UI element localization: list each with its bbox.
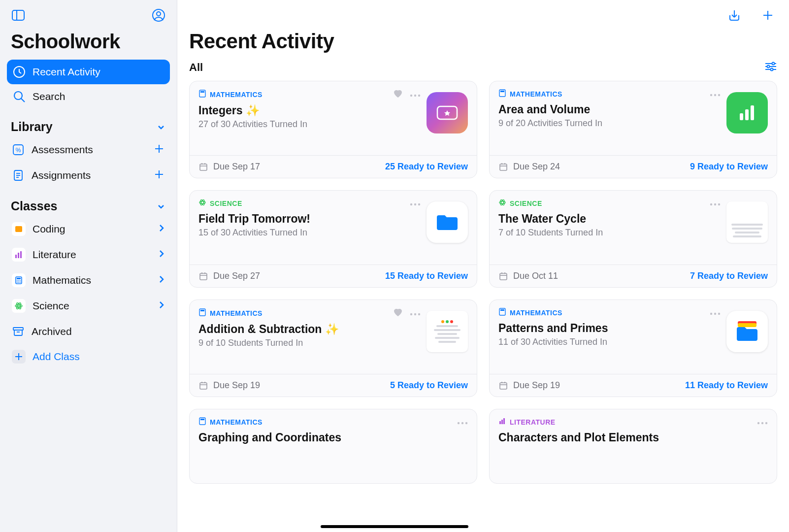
svg-point-111 — [465, 422, 467, 424]
subject-label: MATHEMATICS — [210, 418, 263, 426]
svg-rect-46 — [200, 91, 204, 93]
main-content: Recent Activity All MATHEMATICS — [177, 0, 789, 532]
nav-recent-activity[interactable]: Recent Activity — [7, 60, 170, 84]
add-button[interactable] — [758, 6, 777, 25]
more-options-button[interactable] — [710, 90, 721, 99]
card-subtitle: 9 of 10 Students Turned In — [198, 338, 421, 348]
svg-rect-61 — [745, 109, 749, 120]
more-options-button[interactable] — [710, 199, 721, 208]
svg-point-25 — [20, 280, 21, 281]
ready-to-review-link[interactable]: 5 Ready to Review — [390, 380, 468, 391]
subject-icon — [198, 308, 206, 318]
subject-label: MATHEMATICS — [510, 90, 562, 98]
calendar-icon — [198, 381, 208, 391]
svg-line-6 — [21, 99, 25, 102]
class-item-mathematics[interactable]: Mathematics — [7, 267, 170, 293]
ready-to-review-link[interactable]: 9 Ready to Review — [690, 162, 768, 172]
svg-rect-62 — [751, 105, 754, 120]
subject-label: LITERATURE — [510, 418, 556, 426]
sidebar-toggle-button[interactable] — [10, 7, 27, 24]
svg-rect-83 — [500, 273, 507, 280]
more-options-button[interactable] — [710, 308, 721, 317]
nav-label: Search — [33, 91, 66, 102]
library-header[interactable]: Library — [7, 109, 170, 137]
activity-card[interactable]: SCIENCE Field Trip Tomorrow! 15 of 30 Ac… — [189, 190, 477, 288]
add-assignment-button[interactable] — [153, 168, 165, 183]
card-subtitle: 11 of 30 Activities Turned In — [498, 337, 721, 347]
chevron-right-icon — [158, 249, 165, 258]
activity-card[interactable]: MATHEMATICS Patterns and Primes 11 of 30… — [489, 299, 777, 397]
ready-to-review-link[interactable]: 11 Ready to Review — [685, 380, 768, 391]
svg-rect-18 — [15, 255, 17, 258]
svg-point-71 — [414, 203, 416, 205]
svg-point-82 — [718, 203, 720, 205]
home-indicator — [321, 525, 468, 528]
download-button[interactable] — [725, 6, 744, 25]
plus-icon — [761, 8, 775, 22]
filter-settings-button[interactable] — [764, 61, 777, 74]
svg-rect-97 — [500, 309, 504, 311]
clock-icon — [13, 66, 26, 78]
more-options-button[interactable] — [410, 309, 421, 318]
user-circle-icon — [152, 8, 165, 22]
svg-point-110 — [461, 422, 463, 424]
class-item-coding[interactable]: Coding — [7, 216, 170, 242]
subject-icon — [498, 417, 506, 427]
activity-card[interactable]: MATHEMATICS Graphing and Coordinates — [189, 409, 477, 484]
sidebar-icon — [11, 9, 25, 21]
svg-rect-102 — [738, 323, 756, 327]
chevron-right-icon — [158, 300, 165, 309]
library-item-assignments[interactable]: Assignments — [7, 163, 170, 188]
activity-card[interactable]: MATHEMATICS Integers ✨ 27 of 30 Activiti… — [189, 81, 477, 178]
add-assessment-button[interactable] — [153, 143, 165, 157]
svg-point-5 — [14, 92, 22, 100]
more-options-button[interactable] — [410, 90, 421, 99]
favorite-icon[interactable] — [393, 308, 403, 319]
percent-icon: % — [12, 143, 25, 156]
ready-to-review-link[interactable]: 7 Ready to Review — [690, 271, 768, 281]
class-item-literature[interactable]: Literature — [7, 242, 170, 267]
card-subtitle: 7 of 10 Students Turned In — [498, 228, 721, 238]
svg-rect-92 — [200, 383, 207, 389]
svg-point-59 — [718, 94, 720, 96]
archived-item[interactable]: Archived — [7, 319, 170, 344]
activity-card[interactable]: LITERATURE Characters and Plot Elements — [489, 409, 777, 484]
more-options-button[interactable] — [757, 418, 768, 427]
svg-point-99 — [714, 313, 716, 315]
sidebar: Schoolwork Recent Activity Search Librar… — [0, 0, 177, 532]
library-item-assessments[interactable]: % Assessments — [7, 137, 170, 163]
activity-card[interactable]: MATHEMATICS Area and Volume 9 of 20 Acti… — [489, 81, 777, 178]
svg-point-42 — [767, 66, 770, 68]
subject-icon — [198, 199, 206, 208]
calendar-icon — [198, 271, 208, 281]
svg-rect-73 — [200, 273, 207, 280]
svg-point-48 — [414, 95, 416, 97]
svg-rect-103 — [500, 383, 507, 389]
activity-card[interactable]: SCIENCE The Water Cycle 7 of 10 Students… — [489, 190, 777, 288]
subject-icon — [498, 199, 506, 208]
svg-rect-88 — [200, 310, 204, 311]
calendar-icon — [498, 381, 508, 391]
app-thumbnail — [427, 201, 468, 243]
add-class-button[interactable]: Add Class — [7, 344, 170, 369]
svg-rect-60 — [740, 113, 743, 120]
due-date: Due Sep 27 — [213, 271, 260, 281]
more-options-button[interactable] — [410, 199, 421, 208]
svg-point-23 — [17, 280, 18, 281]
activity-card[interactable]: MATHEMATICS Addition & Subtraction ✨ 9 o… — [189, 299, 477, 397]
ready-to-review-link[interactable]: 15 Ready to Review — [385, 271, 468, 281]
due-date: Due Sep 19 — [213, 380, 260, 391]
more-options-button[interactable] — [457, 418, 468, 427]
svg-rect-113 — [501, 420, 503, 424]
ready-to-review-link[interactable]: 25 Ready to Review — [385, 162, 468, 172]
favorite-icon[interactable] — [393, 89, 403, 100]
svg-rect-114 — [503, 418, 505, 424]
filter-scope-label[interactable]: All — [189, 61, 203, 74]
nav-search[interactable]: Search — [7, 84, 170, 109]
subject-label: SCIENCE — [510, 200, 542, 207]
class-item-science[interactable]: Science — [7, 293, 170, 319]
profile-button[interactable] — [150, 7, 167, 24]
card-subtitle: 9 of 20 Activities Turned In — [498, 118, 721, 129]
classes-header[interactable]: Classes — [7, 188, 170, 216]
svg-point-58 — [714, 94, 716, 96]
